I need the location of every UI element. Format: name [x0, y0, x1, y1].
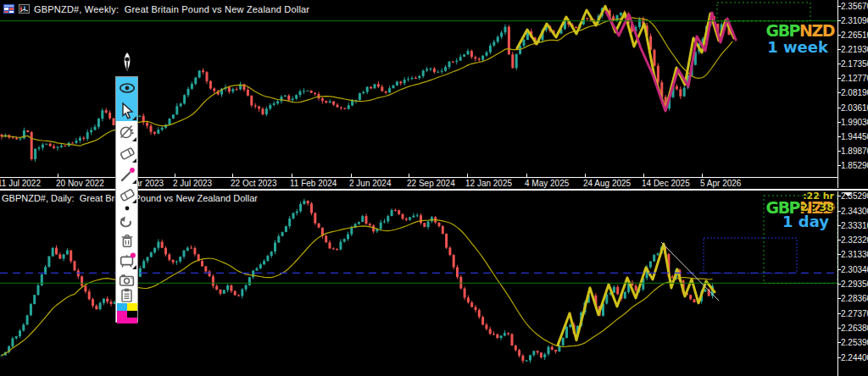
- toolbar-dot-marker[interactable]: [116, 204, 137, 213]
- weekly-price-label: 1.94450: [841, 132, 868, 141]
- weekly-date-label: 2 Jun 2024: [349, 179, 392, 188]
- submenu-corner-icon: [132, 116, 136, 120]
- daily-countdown-minutes: 2 : 38: [800, 201, 834, 213]
- weekly-timeframe-overlay: 1 week: [767, 38, 828, 56]
- weekly-price-label: 2.26510: [841, 30, 868, 40]
- daily-price-label: 2.30340: [841, 265, 868, 274]
- weekly-price-label: 2.31090: [841, 16, 868, 25]
- daily-price-label: 2.28360: [841, 294, 868, 303]
- weekly-price-label: 1.85290: [841, 161, 868, 170]
- weekly-price-label: 2.12770: [841, 74, 868, 83]
- trading-terminal-window: GBPNZD#, Weekly: Great Britain Pound vs …: [0, 0, 868, 376]
- weekly-symbol-overlay: GBPNZD: [766, 21, 834, 40]
- pen-tool-icon[interactable]: [115, 49, 138, 75]
- weekly-price-label: 2.17350: [841, 59, 868, 69]
- toolbar-eraser[interactable]: [116, 185, 137, 204]
- weekly-date-label: 22 Oct 2023: [231, 179, 276, 188]
- toolbar-camera-snapshot[interactable]: [116, 270, 137, 288]
- weekly-price-label: 1.99030: [841, 118, 868, 127]
- toolbar-undo-arrow[interactable]: [116, 213, 137, 231]
- toolbar-color-swatches[interactable]: [116, 302, 137, 323]
- daily-price-label: 2.27370: [841, 309, 868, 318]
- submenu-corner-icon: [132, 180, 136, 184]
- toolbar-hide-crossed-eye[interactable]: [116, 121, 137, 142]
- submenu-corner-icon: [132, 158, 136, 163]
- weekly-date-label: 11 Feb 2024: [290, 179, 337, 188]
- weekly-date-label: 20 Nov 2022: [56, 179, 104, 188]
- weekly-price-label: 2.21930: [841, 45, 868, 54]
- weekly-symbol-quote: NZD: [799, 21, 834, 40]
- daily-price-label: 2.26380: [841, 323, 868, 333]
- weekly-date-label: 5 Apr 2026: [700, 179, 741, 188]
- weekly-price-label: 2.03610: [841, 103, 868, 113]
- toolbar-clipboard-list[interactable]: [116, 288, 137, 302]
- weekly-date-label: 12 Jan 2025: [465, 179, 512, 188]
- daily-price-label: 2.29350: [841, 279, 868, 289]
- toolbar-cursor-arrow[interactable]: [116, 99, 137, 121]
- daily-timeframe-overlay: 1 day: [782, 213, 829, 230]
- daily-price-label: 2.31330: [841, 250, 868, 259]
- drawing-toolbar: [115, 76, 138, 323]
- toolbar-panel-screen[interactable]: [116, 251, 137, 270]
- weekly-date-label: 2 Jul 2023: [173, 179, 212, 188]
- submenu-corner-icon: [132, 137, 136, 141]
- weekly-date-label: 11 Jul 2022: [0, 179, 41, 188]
- weekly-symbol-base: GBP: [766, 21, 800, 40]
- weekly-date-label: 24 Aug 2025: [583, 179, 631, 188]
- daily-price-label: 2.32320: [841, 235, 868, 245]
- weekly-price-label: 1.89870: [841, 147, 868, 156]
- toolbar-delete-trash[interactable]: [116, 231, 137, 251]
- daily-price-label: 2.33310: [841, 221, 868, 230]
- chart-window-icon[interactable]: [19, 2, 30, 17]
- weekly-date-label: 22 Sep 2024: [407, 179, 455, 188]
- submenu-corner-icon: [132, 199, 136, 203]
- weekly-chart-title: GBPNZD#, Weekly: Great Britain Pound vs …: [34, 4, 309, 14]
- weekly-chart-titlebar: GBPNZD#, Weekly: Great Britain Pound vs …: [0, 0, 868, 19]
- weekly-price-label: 2.35670: [841, 2, 868, 11]
- daily-price-label: 2.24400: [841, 353, 868, 362]
- toolbar-visibility-eye[interactable]: [116, 77, 137, 99]
- weekly-price-label: 2.08190: [841, 88, 868, 97]
- submenu-corner-icon: [132, 265, 136, 269]
- daily-price-label: 2.35290: [841, 191, 868, 201]
- daily-price-label: 2.25390: [841, 338, 868, 347]
- toolbar-label-tag[interactable]: [116, 142, 137, 163]
- weekly-date-label: 4 May 2025: [525, 179, 569, 188]
- toolbar-trendline-pencil[interactable]: [116, 163, 137, 185]
- daily-price-label: 2.34300: [841, 207, 868, 216]
- window-grid-icon[interactable]: [3, 2, 14, 17]
- weekly-date-label: 14 Dec 2025: [642, 179, 690, 188]
